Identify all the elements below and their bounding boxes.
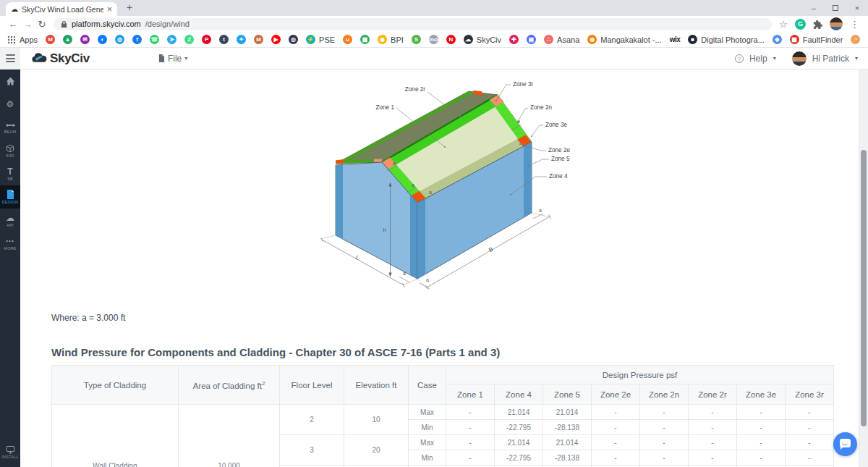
forward-icon[interactable]: → <box>20 19 35 30</box>
bpi-favicon: ◉ <box>378 35 387 44</box>
outlook-favicon: ◎ <box>115 35 124 44</box>
cell-value: - <box>786 450 834 466</box>
sidebar-item-api[interactable]: ☁ API <box>0 209 20 232</box>
brand-name: SkyCiv <box>50 51 90 66</box>
cell-value: - <box>592 405 640 420</box>
bookmark-medium[interactable]: M <box>254 35 263 44</box>
cell-case: Max <box>409 435 446 450</box>
dim-a-label: a <box>426 277 429 282</box>
bookmark-twitter[interactable]: ✦ <box>237 35 246 44</box>
bookmark-bluebox[interactable]: ▣ <box>527 35 536 44</box>
roof-far-gable-corner-orange <box>336 159 344 164</box>
bookmark-spro[interactable]: S <box>412 35 421 44</box>
bookmark-wix[interactable]: wix <box>670 35 681 44</box>
sidebar-item-install[interactable]: INSTALL <box>0 440 20 463</box>
new-tab-button[interactable]: + <box>123 1 136 14</box>
bookmark-zed[interactable]: Z <box>184 35 194 44</box>
bookmark-mail[interactable]: ✉ <box>80 35 90 44</box>
bookmark-sphere[interactable]: ◎ <box>289 35 298 44</box>
monitor-icon <box>6 445 15 454</box>
page-scrollbar <box>859 70 868 467</box>
bookmark-tu[interactable]: u <box>343 35 352 44</box>
bookmark-gem[interactable]: ◆ <box>773 35 782 44</box>
user-menu[interactable]: Hi Patrick <box>812 54 849 64</box>
bookmark-pse[interactable]: ⚡PSE <box>306 35 335 44</box>
bookmark-asana[interactable]: ∴Asana <box>544 35 579 44</box>
bookmark-bpi[interactable]: ◉BPI <box>378 35 404 44</box>
bookmark-drive[interactable]: ▲ <box>63 35 72 44</box>
bookmark-mo[interactable]: mo <box>429 35 438 44</box>
bookmark-messenger[interactable]: ◐ <box>98 35 107 44</box>
wall-gable-zone5-left <box>336 164 343 239</box>
col-header-zone3e: Zone 3e <box>737 384 786 405</box>
where-note: Where: a = 3.000 ft <box>51 313 125 323</box>
sidebar-item-home[interactable] <box>0 70 20 93</box>
mail-favicon: ✉ <box>80 35 90 44</box>
chat-widget-button[interactable] <box>833 432 857 456</box>
col-group-design-pressure: Design Pressure psf <box>446 366 834 384</box>
bookmark-label: PSE <box>319 35 335 44</box>
bookmark-skyciv[interactable]: ☁SkyCiv <box>464 35 501 44</box>
help-icon: ? <box>735 54 744 63</box>
bookmark-faultfinder[interactable]: ▦FaultFinder <box>790 35 843 44</box>
cell-value: - <box>737 435 786 450</box>
extensions-puzzle-icon[interactable] <box>813 20 822 29</box>
spro-favicon: S <box>412 35 421 44</box>
bookmark-telegram[interactable]: ➤ <box>167 35 176 44</box>
bookmark-clock[interactable]: ◔ <box>851 35 860 44</box>
url-bar[interactable]: platform.skyciv.com/design/wind <box>54 18 772 30</box>
user-avatar[interactable] <box>792 51 807 66</box>
grammarly-extension-icon[interactable]: G <box>795 19 806 30</box>
slack-favicon: ✚ <box>509 35 519 44</box>
scrollbar-thumb[interactable] <box>861 150 867 426</box>
bookmark-whatsapp[interactable]: ☏ <box>150 35 159 44</box>
window-minimize-icon[interactable]: – <box>803 0 825 16</box>
tab-close-icon[interactable]: × <box>107 4 112 14</box>
lock-icon <box>61 20 67 28</box>
bookmark-apps[interactable]: Apps <box>7 35 38 44</box>
cell-value: - <box>689 420 737 435</box>
apps-grid-icon <box>7 35 16 44</box>
file-menu[interactable]: File ▾ <box>158 54 187 64</box>
cell-value: - <box>737 450 786 466</box>
bookmark-label: Asana <box>557 35 579 44</box>
bookmark-tumblr[interactable]: t <box>219 35 229 44</box>
browser-menu-icon[interactable]: ⋮ <box>850 19 859 30</box>
bookmark-sheets[interactable]: ▦ <box>360 35 370 44</box>
refresh-icon[interactable]: ↻ <box>35 19 49 30</box>
skyciv-logo[interactable]: SkyCiv <box>30 51 90 66</box>
bookmark-gmail[interactable]: M <box>46 35 55 44</box>
bookmark-mangakakalot[interactable]: ◉Mangakakalot -... <box>587 35 661 44</box>
wall-gable-zone5-right <box>410 195 417 279</box>
back-icon[interactable]: ← <box>6 19 20 30</box>
bookmark-youtube[interactable]: ▶ <box>271 35 281 44</box>
bookmark-slack[interactable]: ✚ <box>509 35 519 44</box>
sidebar-item-s3d[interactable]: S3D <box>0 139 20 162</box>
bookmark-digital-photography[interactable]: ■Digital Photogra... <box>688 35 764 44</box>
bookmark-star-icon[interactable]: ☆ <box>779 19 788 30</box>
sidebar-item-beam[interactable]: BEAM <box>0 116 20 139</box>
gem-favicon: ◆ <box>773 35 782 44</box>
url-path: /design/wind <box>145 20 190 28</box>
bookmark-outlook[interactable]: ◎ <box>115 35 124 44</box>
tab-skyciv[interactable]: ☁ SkyCiv Wind Load Generato × <box>6 2 117 16</box>
dim-a-label: a <box>429 190 432 195</box>
window-close-icon[interactable]: × <box>846 0 868 16</box>
sidebar-item-design[interactable]: DESIGN <box>0 185 20 209</box>
sidebar-item-more[interactable]: ••• MORE <box>0 232 20 255</box>
bookmark-pinterest[interactable]: P <box>202 35 211 44</box>
cell-value: - <box>446 435 495 450</box>
pressure-table: Type of Cladding Area of Cladding ft2 Fl… <box>51 365 834 467</box>
sidebar-item-settings[interactable]: ⚙ <box>0 93 20 116</box>
help-menu[interactable]: Help <box>749 54 767 64</box>
bookmark-facebook[interactable]: f <box>132 35 142 44</box>
window-restore-icon[interactable] <box>825 0 846 16</box>
sidebar-item-sb[interactable]: T SB <box>0 162 20 185</box>
sidebar-hamburger[interactable] <box>0 48 20 70</box>
browser-profile-avatar[interactable] <box>830 17 843 30</box>
cell-case: Min <box>409 420 446 435</box>
bookmark-label: Mangakakalot -... <box>600 35 661 44</box>
youtube-favicon: ▶ <box>271 35 281 44</box>
bookmark-netflix[interactable]: N <box>446 35 456 44</box>
cell-value: - <box>640 420 689 435</box>
